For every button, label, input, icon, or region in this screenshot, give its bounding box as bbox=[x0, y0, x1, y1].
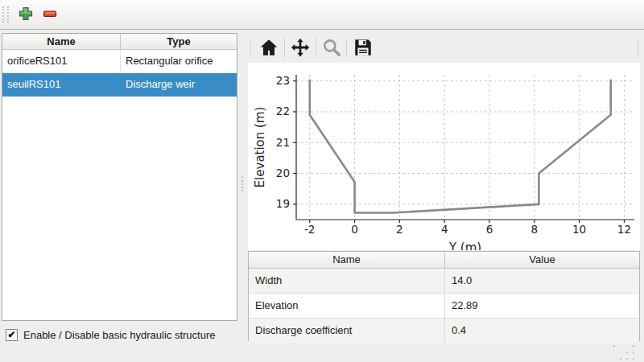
property-name: Elevation bbox=[249, 294, 445, 318]
column-header-name[interactable]: Name bbox=[2, 34, 121, 49]
properties-table-header: Name Value bbox=[249, 252, 639, 269]
structures-table-header: Name Type bbox=[2, 34, 237, 50]
zoom-button[interactable] bbox=[320, 35, 344, 60]
cell-name[interactable]: seuilRS101 bbox=[2, 73, 121, 96]
property-value[interactable]: 22.89 bbox=[445, 294, 639, 318]
table-row-orifice[interactable]: orificeRS101 Rectangular orifice bbox=[2, 50, 237, 73]
svg-text:12: 12 bbox=[617, 223, 631, 236]
cell-type[interactable]: Rectangular orifice bbox=[121, 50, 237, 72]
svg-text:2: 2 bbox=[396, 223, 403, 236]
svg-text:6: 6 bbox=[486, 223, 493, 236]
toolbar-separator bbox=[316, 38, 316, 57]
properties-table: Name Value Width 14.0 Elevation 22.89 Di… bbox=[248, 251, 640, 341]
pan-button[interactable] bbox=[288, 35, 312, 60]
toolbar-separator bbox=[250, 38, 251, 57]
plot-toolbar bbox=[246, 34, 644, 63]
svg-text:22: 22 bbox=[276, 105, 290, 117]
elevation-profile-plot[interactable]: -20246810121920212223Elevation (m)Y (m) bbox=[248, 63, 640, 250]
add-structure-button[interactable] bbox=[16, 5, 35, 24]
property-row-discharge-coefficient[interactable]: Discharge coefficient 0.4 bbox=[249, 319, 639, 343]
table-row-weir[interactable]: seuilRS101 Discharge weir bbox=[2, 73, 237, 97]
plus-icon bbox=[18, 6, 34, 22]
property-row-width[interactable]: Width 14.0 bbox=[249, 269, 639, 294]
column-header-type[interactable]: Type bbox=[121, 34, 237, 49]
structures-table: Name Type orificeRS101 Rectangular orifi… bbox=[2, 33, 237, 321]
resize-grip-icon[interactable] bbox=[613, 345, 638, 360]
property-row-elevation[interactable]: Elevation 22.89 bbox=[249, 294, 639, 319]
home-icon bbox=[258, 37, 279, 58]
check-mark-icon: ✔ bbox=[7, 330, 15, 340]
pan-icon bbox=[290, 37, 311, 58]
cell-type[interactable]: Discharge weir bbox=[121, 73, 237, 96]
svg-text:8: 8 bbox=[531, 223, 539, 236]
svg-text:4: 4 bbox=[441, 223, 448, 236]
cross-section-chart[interactable]: -20246810121920212223Elevation (m)Y (m) bbox=[248, 63, 640, 250]
svg-text:Y (m): Y (m) bbox=[448, 241, 481, 250]
save-button[interactable] bbox=[351, 35, 375, 60]
remove-structure-button[interactable] bbox=[40, 5, 60, 24]
enable-structure-checkbox-row: ✔ Enable / Disable basic hydraulic struc… bbox=[6, 329, 215, 341]
enable-structure-checkbox[interactable]: ✔ bbox=[6, 329, 18, 341]
toolbar-separator bbox=[638, 38, 638, 57]
toolbar-separator bbox=[346, 38, 347, 57]
save-icon bbox=[353, 37, 374, 58]
svg-text:10: 10 bbox=[572, 223, 586, 236]
structures-toolbar bbox=[0, 0, 644, 30]
column-header-name[interactable]: Name bbox=[249, 252, 445, 268]
zoom-icon bbox=[321, 37, 342, 58]
property-name: Width bbox=[249, 269, 445, 293]
toolbar-separator bbox=[284, 38, 285, 57]
home-button[interactable] bbox=[257, 35, 281, 60]
property-name: Discharge coefficient bbox=[249, 319, 445, 343]
svg-text:23: 23 bbox=[276, 74, 290, 87]
checkbox-label: Enable / Disable basic hydraulic structu… bbox=[23, 329, 215, 341]
panel-splitter-handle-icon[interactable] bbox=[242, 176, 245, 191]
minus-icon bbox=[42, 6, 58, 22]
svg-text:Elevation (m): Elevation (m) bbox=[253, 107, 267, 188]
svg-text:21: 21 bbox=[276, 136, 290, 149]
toolbar-drag-handle-icon[interactable] bbox=[2, 6, 9, 23]
property-value[interactable]: 0.4 bbox=[445, 319, 639, 343]
svg-text:0: 0 bbox=[351, 223, 358, 236]
column-header-value[interactable]: Value bbox=[445, 252, 639, 268]
svg-text:20: 20 bbox=[276, 167, 290, 179]
svg-text:19: 19 bbox=[276, 197, 290, 210]
cell-name[interactable]: orificeRS101 bbox=[2, 50, 121, 72]
svg-text:-2: -2 bbox=[304, 223, 315, 236]
property-value[interactable]: 14.0 bbox=[445, 269, 639, 293]
